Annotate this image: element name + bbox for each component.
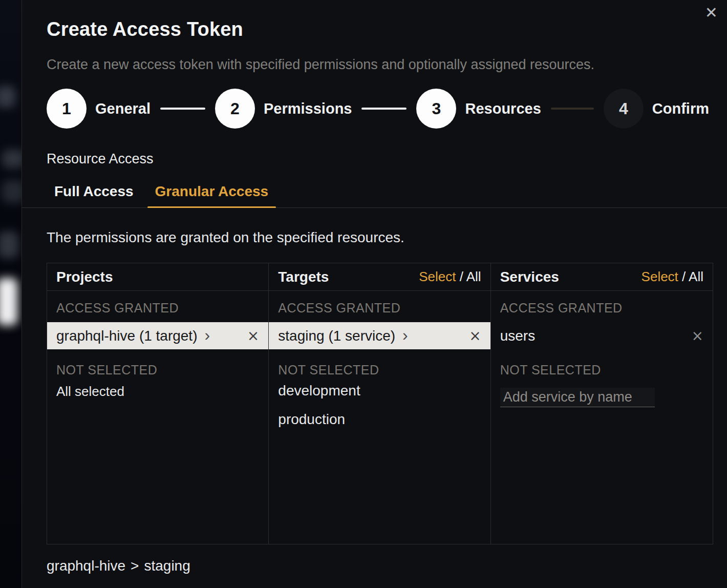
selected-project-row[interactable]: graphql-hive (1 target) › × [47,322,268,349]
step-permissions[interactable]: 2 Permissions [215,89,352,129]
step-connector [160,108,205,110]
step-label: Confirm [652,100,709,117]
target-option-development[interactable]: development [278,376,481,405]
create-access-token-modal: ✕ Create Access Token Create a new acces… [22,0,727,588]
not-selected-label: NOT SELECTED [500,363,703,376]
step-number-circle: 4 [604,89,644,129]
step-confirm[interactable]: 4 Confirm [604,89,709,129]
breadcrumb-target: staging [144,558,190,574]
targets-column: Targets Select / All ACCESS GRANTED stag… [269,263,490,544]
projects-header: Projects [47,263,268,291]
modal-subtitle: Create a new access token with specified… [47,56,713,73]
step-label: Permissions [264,100,352,117]
select-all-separator: / [678,269,689,284]
resource-access-heading: Resource Access [47,151,713,167]
close-icon[interactable]: ✕ [705,5,718,20]
step-connector [551,108,594,110]
step-label: General [95,100,151,117]
step-connector [361,108,407,110]
selected-project-label: graphql-hive (1 target) [56,328,197,344]
chevron-right-icon[interactable]: › [204,327,210,343]
access-tabs: Full Access Granular Access [47,181,713,208]
step-number-circle: 2 [215,89,255,129]
backdrop-blur-shape [0,86,15,108]
step-resources[interactable]: 3 Resources [416,89,541,129]
backdrop-blur-shape [2,150,22,168]
add-service-input[interactable] [500,388,655,407]
selected-target-label: staging (1 service) [278,328,395,344]
tab-full-access[interactable]: Full Access [47,181,141,208]
backdrop-blur-shape [0,278,17,325]
projects-column: Projects ACCESS GRANTED graphql-hive (1 … [47,263,269,544]
backdrop-blur-shape [2,180,22,203]
chevron-right-icon[interactable]: › [402,327,408,343]
targets-select-all: Select / All [419,269,481,285]
backdrop-blur-shape [0,232,18,258]
selected-target-row[interactable]: staging (1 service) › × [269,322,490,349]
stepper: 1 General 2 Permissions 3 Resources 4 Co… [47,89,713,129]
targets-header: Targets Select / All [269,263,490,291]
remove-project-icon[interactable]: × [247,329,259,343]
page-title: Create Access Token [47,18,713,40]
step-label: Resources [465,100,541,117]
services-select-all: Select / All [642,269,703,285]
select-all-targets-link[interactable]: All [466,269,481,284]
access-granted-label: ACCESS GRANTED [56,301,259,314]
step-general[interactable]: 1 General [47,89,151,129]
target-option-production[interactable]: production [278,405,481,434]
not-selected-label: NOT SELECTED [56,363,259,376]
column-title: Projects [56,269,113,285]
not-selected-label: NOT SELECTED [278,363,481,376]
resource-selector-table: Projects ACCESS GRANTED graphql-hive (1 … [47,263,713,544]
column-title: Targets [278,269,329,285]
step-number-circle: 1 [47,89,87,129]
page-backdrop [0,0,22,588]
tab-granular-access[interactable]: Granular Access [147,181,276,208]
services-header: Services Select / All [491,263,713,291]
select-targets-link[interactable]: Select [419,269,456,284]
remove-service-icon[interactable]: × [692,329,703,343]
services-column: Services Select / All ACCESS GRANTED use… [491,263,713,544]
breadcrumb-project: graphql-hive [47,558,125,574]
granted-service-label: users [500,328,535,344]
remove-target-icon[interactable]: × [469,329,481,343]
step-number-circle: 3 [416,89,456,129]
column-title: Services [500,269,559,285]
access-granted-label: ACCESS GRANTED [500,301,703,314]
all-selected-note: All selected [56,384,259,400]
breadcrumb: graphql-hive>staging [47,558,713,574]
granular-access-description: The permissions are granted on the speci… [47,229,713,246]
granted-service-row[interactable]: users × [491,322,713,349]
select-all-separator: / [456,269,466,284]
breadcrumb-separator: > [131,558,139,574]
access-granted-label: ACCESS GRANTED [278,301,481,314]
select-services-link[interactable]: Select [642,269,678,284]
select-all-services-link[interactable]: All [689,269,703,284]
